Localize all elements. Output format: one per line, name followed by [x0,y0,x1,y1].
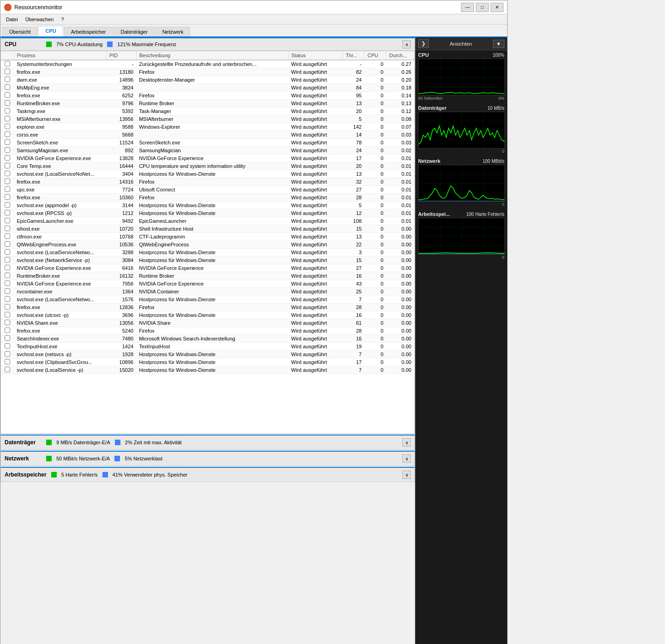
process-checkbox[interactable] [5,226,10,231]
process-checkbox[interactable] [5,218,10,223]
process-checkbox[interactable] [5,304,10,310]
table-row[interactable]: MSIAfterburner.exe13956MSIAfterburnerWir… [1,115,414,123]
table-row[interactable]: firefox.exe6252FirefoxWird ausgeführt950… [1,92,414,100]
tab-arbeitsspeicher[interactable]: Arbeitsspeicher [64,27,113,36]
netzwerk-chevron[interactable]: ∨ [402,454,411,463]
process-table-container[interactable]: Prozess PID Beschreibung Status Thr... C… [0,51,415,434]
menu-uberwachen[interactable]: Überwachen [22,16,58,23]
process-checkbox[interactable] [5,69,10,74]
table-row[interactable]: nvcontainer.exe1364NVIDIA ContainerWird … [1,288,414,296]
table-row[interactable]: firefox.exe10360FirefoxWird ausgeführt28… [1,194,414,202]
process-checkbox[interactable] [5,108,10,113]
table-row[interactable]: svchost.exe (LocalService -p)15020Hostpr… [1,366,414,374]
col-header-process[interactable]: Prozess [14,51,106,60]
table-row[interactable]: dwm.exe14896Desktopfenster-ManagerWird a… [1,76,414,84]
datentrager-chevron[interactable]: ∨ [402,438,411,447]
table-row[interactable]: svchost.exe (appmodel -p)3144Hostprozess… [1,202,414,209]
table-row[interactable]: NVIDIA GeForce Experience.exe6416NVIDIA … [1,264,414,272]
cpu-section-chevron[interactable]: ∧ [402,40,411,48]
process-checkbox[interactable] [5,288,10,294]
col-header-cpu[interactable]: CPU [365,51,386,60]
col-header-pid[interactable]: PID [106,51,136,60]
process-checkbox[interactable] [5,320,10,325]
table-row[interactable]: upc.exe7724Ubisoft ConnectWird ausgeführ… [1,186,414,194]
process-checkbox[interactable] [5,359,10,364]
table-row[interactable]: svchost.exe (LocalServiceNetwo...1576Hos… [1,296,414,304]
menu-help[interactable]: ? [57,16,67,23]
table-row[interactable]: RuntimeBroker.exe16132Runtime BrokerWird… [1,272,414,280]
table-row[interactable]: sihost.exe10720Shell Infrastructure Host… [1,225,414,233]
close-button[interactable]: ✕ [491,3,503,12]
process-checkbox[interactable] [5,84,10,90]
process-checkbox[interactable] [5,296,10,302]
table-row[interactable]: EpicGamesLauncher.exe9492EpicGamesLaunch… [1,217,414,225]
process-checkbox[interactable] [5,131,10,137]
process-checkbox[interactable] [5,241,10,247]
table-row[interactable]: Systemunterbrechungen-Zurückgestellte Pr… [1,60,414,68]
table-row[interactable]: svchost.exe (RPCSS -p)1212Hostprozess fü… [1,209,414,217]
process-checkbox[interactable] [5,273,10,278]
process-checkbox[interactable] [5,116,10,121]
process-checkbox[interactable] [5,233,10,239]
netzwerk-section[interactable]: Netzwerk 50 MBit/s Netzwerk-E/A 5% Netzw… [0,451,415,466]
col-header-threads[interactable]: Thr... [343,51,365,60]
table-row[interactable]: svchost.exe (ClipboardSvcGrou...10896Hos… [1,358,414,366]
arbeitsspeicher-section[interactable]: Arbeitsspeicher 5 Harte Fehler/s 41% Ver… [0,467,415,482]
right-panel-dropdown-button[interactable]: ▼ [493,40,504,48]
process-checkbox[interactable] [5,147,10,153]
table-row[interactable]: svchost.exe (LocalServiceNetwo...3288Hos… [1,249,414,256]
datentrager-section[interactable]: Datenträger 9 MB/s Datenträger-E/A 2% Ze… [0,435,415,450]
process-checkbox[interactable] [5,249,10,255]
cpu-section-header[interactable]: CPU 7% CPU-Auslastung 121% Maximale Freq… [0,37,415,51]
process-checkbox[interactable] [5,139,10,145]
process-checkbox[interactable] [5,343,10,349]
table-row[interactable]: ScreenSketch.exe11524ScreenSketch.exeWir… [1,139,414,147]
table-row[interactable]: svchost.exe (netsvcs -p)1928Hostprozess … [1,351,414,358]
table-row[interactable]: ctfmon.exe10768CTF-LadeprogrammWird ausg… [1,233,414,241]
process-checkbox[interactable] [5,265,10,270]
process-checkbox[interactable] [5,202,10,208]
table-row[interactable]: explorer.exe9588Windows-ExplorerWird aus… [1,123,414,131]
table-row[interactable]: RuntimeBroker.exe9796Runtime BrokerWird … [1,100,414,107]
process-checkbox[interactable] [5,171,10,176]
maximize-button[interactable]: □ [476,3,489,12]
table-row[interactable]: TextInputHost.exe1424TextInputHostWird a… [1,343,414,351]
process-checkbox[interactable] [5,210,10,215]
process-checkbox[interactable] [5,61,10,66]
process-checkbox[interactable] [5,280,10,286]
table-row[interactable]: firefox.exe13180FirefoxWird ausgeführt82… [1,68,414,76]
col-header-desc[interactable]: Beschreibung [136,51,288,60]
table-row[interactable]: NVIDIA GeForce Experience.exe7956NVIDIA … [1,280,414,288]
table-row[interactable]: NVIDIA GeForce Experience.exe13828NVIDIA… [1,155,414,162]
process-checkbox[interactable] [5,351,10,357]
table-row[interactable]: firefox.exe12836FirefoxWird ausgeführt28… [1,304,414,311]
process-checkbox[interactable] [5,179,10,184]
tab-netzwerk[interactable]: Netzwerk [156,27,191,36]
table-row[interactable]: NVIDIA Share.exe13056NVIDIA ShareWird au… [1,319,414,327]
table-row[interactable]: Taskmgr.exe5392Task-ManagerWird ausgefüh… [1,107,414,115]
tab-cpu[interactable]: CPU [38,26,63,36]
process-checkbox[interactable] [5,335,10,341]
col-header-status[interactable]: Status [288,51,343,60]
process-checkbox[interactable] [5,77,10,82]
table-row[interactable]: svchost.exe (NetworkService -p)3084Hostp… [1,256,414,264]
process-checkbox[interactable] [5,155,10,161]
process-checkbox[interactable] [5,186,10,192]
menu-datei[interactable]: Datei [2,16,22,23]
table-row[interactable]: svchost.exe (utcsvc -p)3696Hostprozess f… [1,311,414,319]
arbeitsspeicher-chevron[interactable]: ∨ [402,471,411,479]
process-checkbox[interactable] [5,312,10,317]
process-checkbox[interactable] [5,257,10,262]
minimize-button[interactable]: — [461,3,474,12]
tab-datentrager[interactable]: Datenträger [114,27,155,36]
table-row[interactable]: MsMpEng.exe3824Wird ausgeführt8400.18 [1,84,414,92]
process-checkbox[interactable] [5,328,10,333]
process-checkbox[interactable] [5,92,10,98]
col-header-avg[interactable]: Durch... [386,51,414,60]
table-row[interactable]: firefox.exe5240FirefoxWird ausgeführt280… [1,327,414,335]
table-row[interactable]: firefox.exe14316FirefoxWird ausgeführt32… [1,178,414,186]
process-checkbox[interactable] [5,194,10,200]
table-row[interactable]: svchost.exe (LocalServiceNoNet...3404Hos… [1,170,414,178]
table-row[interactable]: SamsungMagician.exe892SamsungMagicianWir… [1,147,414,155]
right-panel-nav-button[interactable]: ❯ [418,39,429,48]
